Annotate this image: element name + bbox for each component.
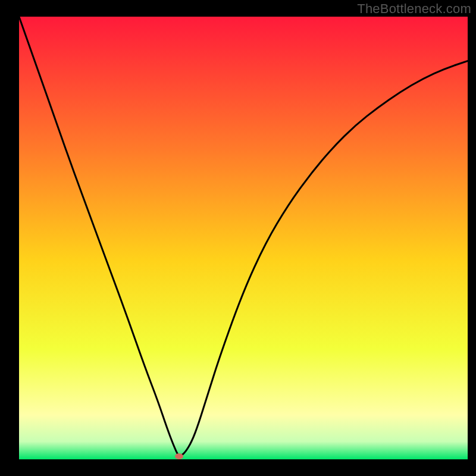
- watermark-text: TheBottleneck.com: [357, 1, 471, 17]
- chart-curve-layer: [19, 17, 468, 459]
- bottleneck-curve: [19, 17, 468, 456]
- chart-plot-area: [19, 17, 468, 459]
- minimum-marker: [175, 453, 183, 459]
